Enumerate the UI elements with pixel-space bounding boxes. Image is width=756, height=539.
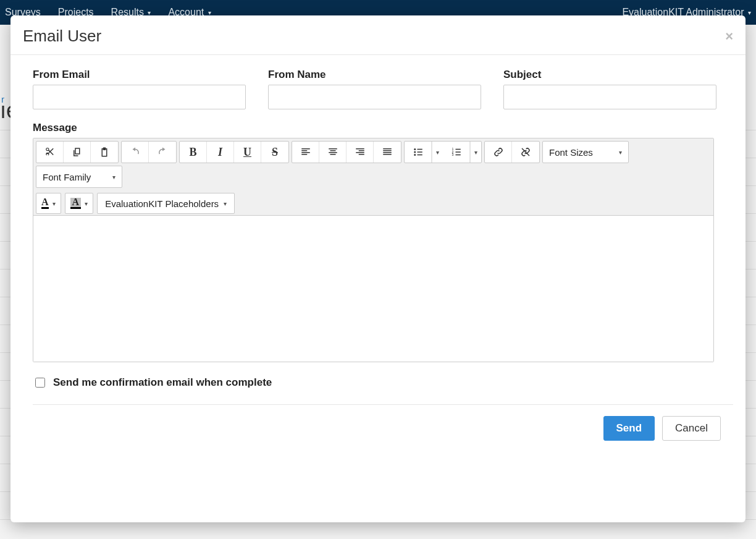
remove-link-button[interactable] <box>512 142 539 163</box>
scissors-icon <box>44 146 56 158</box>
undo-icon <box>130 146 141 158</box>
numbered-list-dropdown[interactable]: ▾ <box>470 142 481 163</box>
underline-button[interactable]: U <box>234 142 261 163</box>
placeholders-label: EvaluationKIT Placeholders <box>105 198 219 209</box>
svg-point-1 <box>414 151 416 153</box>
editor-toolbar: B I U S <box>33 138 713 216</box>
confirmation-label: Send me confirmation email when complete <box>53 376 272 389</box>
paste-button[interactable] <box>91 142 118 163</box>
background-color-button[interactable]: A ▾ <box>65 193 94 214</box>
font-sizes-select[interactable]: Font Sizes ▾ <box>542 141 629 163</box>
placeholders-dropdown[interactable]: EvaluationKIT Placeholders ▾ <box>97 193 235 214</box>
align-center-button[interactable] <box>319 142 346 163</box>
text-color-button[interactable]: A ▾ <box>36 193 61 214</box>
align-center-icon <box>327 146 338 158</box>
subject-label: Subject <box>503 69 716 81</box>
align-right-button[interactable] <box>346 142 374 163</box>
italic-button[interactable]: I <box>207 142 234 163</box>
link-icon <box>493 146 504 158</box>
modal-footer: Send Cancel <box>33 404 733 452</box>
send-button[interactable]: Send <box>603 416 655 441</box>
italic-icon: I <box>218 146 222 159</box>
align-justify-icon <box>382 146 393 158</box>
unlink-icon <box>520 146 531 158</box>
align-left-button[interactable] <box>292 142 319 163</box>
clipboard-icon <box>99 146 110 158</box>
strikethrough-button[interactable]: S <box>261 142 288 163</box>
svg-point-0 <box>414 148 416 150</box>
text-color-icon: A <box>41 198 49 209</box>
redo-button[interactable] <box>149 142 176 163</box>
chevron-down-icon: ▾ <box>112 174 116 180</box>
modal-title: Email User <box>23 27 101 46</box>
bold-icon: B <box>189 146 196 159</box>
bullet-list-button[interactable] <box>405 142 432 163</box>
cancel-button[interactable]: Cancel <box>662 416 721 441</box>
redo-icon <box>157 146 168 158</box>
copy-button[interactable] <box>64 142 91 163</box>
underline-icon: U <box>243 146 251 159</box>
numbered-list-icon: 123 <box>451 146 462 158</box>
bullet-list-icon <box>413 146 424 158</box>
svg-text:3: 3 <box>452 153 453 156</box>
font-family-label: Font Family <box>43 172 91 182</box>
font-family-select[interactable]: Font Family ▾ <box>36 166 122 188</box>
rich-text-editor: B I U S <box>33 138 714 362</box>
from-name-input[interactable] <box>268 85 481 109</box>
email-user-modal: Email User × From Email From Name Subjec… <box>10 15 746 522</box>
align-left-icon <box>300 146 311 158</box>
modal-header: Email User × <box>10 15 746 55</box>
chevron-down-icon: ▾ <box>224 200 227 207</box>
cut-button[interactable] <box>36 142 64 163</box>
svg-point-2 <box>414 154 416 156</box>
insert-link-button[interactable] <box>485 142 512 163</box>
confirmation-checkbox[interactable] <box>35 378 45 388</box>
from-name-label: From Name <box>268 69 481 81</box>
from-email-input[interactable] <box>33 85 246 109</box>
font-sizes-label: Font Sizes <box>549 147 593 158</box>
undo-button[interactable] <box>122 142 149 163</box>
background-color-icon: A <box>70 198 82 209</box>
align-justify-button[interactable] <box>374 142 401 163</box>
close-icon[interactable]: × <box>725 30 733 43</box>
chevron-down-icon: ▾ <box>619 149 622 156</box>
modal-body: From Email From Name Subject Message <box>10 55 746 457</box>
chevron-down-icon: ▾ <box>85 200 88 207</box>
numbered-list-button[interactable]: 123 <box>443 142 470 163</box>
chevron-down-icon: ▾ <box>52 200 56 207</box>
from-email-label: From Email <box>33 69 246 81</box>
message-input[interactable] <box>33 216 713 362</box>
bold-button[interactable]: B <box>180 142 207 163</box>
subject-input[interactable] <box>503 85 716 109</box>
strikethrough-icon: S <box>272 146 278 159</box>
message-label: Message <box>33 122 733 134</box>
copy-icon <box>72 146 83 158</box>
align-right-icon <box>355 146 366 158</box>
bullet-list-dropdown[interactable]: ▾ <box>432 142 443 163</box>
